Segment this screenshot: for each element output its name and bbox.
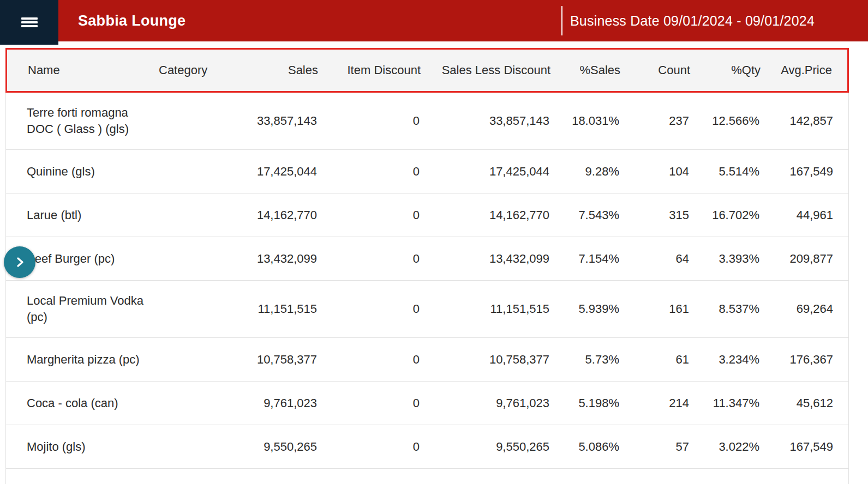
cell-avg-price: 167,549 bbox=[773, 152, 848, 192]
cell-item-discount: 0 bbox=[330, 383, 433, 424]
cell-item-discount: 0 bbox=[330, 239, 433, 279]
cell-count: 61 bbox=[632, 340, 702, 380]
cell-item-discount: 0 bbox=[330, 152, 433, 192]
cell-sales: 9,761,023 bbox=[256, 383, 330, 424]
cell-pct-sales: 5.198% bbox=[562, 383, 632, 424]
app-bar: Sabbia Lounge Business Date 09/01/2024 -… bbox=[0, 0, 868, 41]
cell-item-discount: 0 bbox=[330, 340, 433, 380]
cell-sales-less-discount: 14,162,770 bbox=[433, 195, 562, 235]
cell-count: 57 bbox=[632, 427, 702, 467]
cell-pct-sales: 9.28% bbox=[562, 152, 632, 192]
cell-sales: 33,857,143 bbox=[256, 101, 330, 141]
cell-pct-qty: 3.393% bbox=[702, 239, 773, 279]
cell-name: Larue (btl) bbox=[6, 195, 147, 235]
cell-avg-price: 45,612 bbox=[773, 383, 848, 424]
cell-item-discount: 0 bbox=[330, 195, 433, 235]
column-header-count[interactable]: Count bbox=[633, 63, 703, 77]
cell-pct-qty: 11.347% bbox=[702, 383, 773, 424]
expand-drawer-button[interactable] bbox=[4, 246, 35, 278]
cell-pct-sales: 5.939% bbox=[562, 289, 632, 329]
table-row: Mojito (gls) 9,550,265 0 9,550,265 5.086… bbox=[6, 425, 848, 469]
cell-name: Quinine (gls) bbox=[6, 152, 147, 192]
cell-pct-qty: 16.702% bbox=[702, 195, 773, 235]
cell-category bbox=[147, 348, 256, 372]
table-row: Local Premium Vodka (pc) 11,151,515 0 11… bbox=[6, 281, 848, 338]
cell-sales-less-discount: 13,432,099 bbox=[433, 239, 562, 279]
cell-name: Margherita pizza (pc) bbox=[6, 340, 147, 380]
cell-pct-sales: 7.154% bbox=[562, 239, 632, 279]
header-divider bbox=[561, 6, 562, 35]
cell-pct-sales: 5.086% bbox=[562, 427, 632, 467]
cell-sales: 9,550,265 bbox=[256, 427, 330, 467]
cell-count: 214 bbox=[632, 383, 702, 424]
cell-item-discount: 0 bbox=[330, 427, 433, 467]
cell-pct-sales: 18.031% bbox=[562, 101, 632, 141]
screen: Sabbia Lounge Business Date 09/01/2024 -… bbox=[0, 0, 868, 484]
cell-avg-price: 176,367 bbox=[773, 340, 848, 380]
cell-pct-qty: 12.566% bbox=[702, 101, 773, 141]
cell-category bbox=[147, 160, 256, 184]
column-header-item_discount[interactable]: Item Discount bbox=[331, 63, 434, 77]
column-header-avg_price[interactable]: Avg.Price bbox=[774, 63, 847, 77]
cell-sales-less-discount: 10,758,377 bbox=[433, 340, 562, 380]
column-header-sales_less_discount[interactable]: Sales Less Discount bbox=[434, 63, 564, 77]
sales-report-table: NameCategorySalesItem DiscountSales Less… bbox=[5, 48, 849, 484]
column-header-category[interactable]: Category bbox=[148, 63, 257, 77]
cell-category bbox=[147, 109, 256, 133]
cell-item-discount: 0 bbox=[330, 101, 433, 141]
table-header-row: NameCategorySalesItem DiscountSales Less… bbox=[5, 48, 849, 93]
business-date-area: Business Date 09/01/2024 - 09/01/2024 bbox=[561, 0, 815, 41]
cell-sales: 17,425,044 bbox=[256, 152, 330, 192]
cell-item-discount: 0 bbox=[330, 289, 433, 329]
cell-name: Mojito (gls) bbox=[6, 427, 147, 467]
business-date-filter[interactable]: Business Date 09/01/2024 - 09/01/2024 bbox=[570, 13, 815, 29]
table-row: Margherita pizza (pc) 10,758,377 0 10,75… bbox=[6, 338, 848, 382]
page-title: Sabbia Lounge bbox=[78, 0, 185, 41]
cell-avg-price: 142,857 bbox=[773, 101, 848, 141]
cell-sales: 13,432,099 bbox=[256, 239, 330, 279]
cell-count: 104 bbox=[632, 152, 702, 192]
table-row: Quinine (gls) 17,425,044 0 17,425,044 9.… bbox=[6, 150, 848, 193]
cell-avg-price: 167,549 bbox=[773, 427, 848, 467]
cell-category bbox=[147, 391, 256, 415]
cell-name: Local Premium Vodka (pc) bbox=[6, 281, 147, 337]
table-row: Beef Burger (pc) 13,432,099 0 13,432,099… bbox=[6, 237, 848, 281]
cell-category bbox=[147, 297, 256, 321]
menu-button[interactable] bbox=[0, 0, 58, 45]
cell-pct-qty: 3.234% bbox=[702, 340, 773, 380]
column-header-sales[interactable]: Sales bbox=[257, 63, 331, 77]
cell-sales-less-discount: 11,151,515 bbox=[433, 289, 562, 329]
cell-sales-less-discount: 17,425,044 bbox=[433, 152, 562, 192]
cell-sales: 14,162,770 bbox=[256, 195, 330, 235]
cell-sales-less-discount: 33,857,143 bbox=[433, 101, 562, 141]
cell-pct-qty: 5.514% bbox=[702, 152, 773, 192]
cell-count: 237 bbox=[632, 101, 702, 141]
cell-pct-qty: 3.022% bbox=[702, 427, 773, 467]
table-row: Larue (btl) 14,162,770 0 14,162,770 7.54… bbox=[6, 193, 848, 237]
cell-sales-less-discount: 9,761,023 bbox=[433, 383, 562, 424]
cell-count: 315 bbox=[632, 195, 702, 235]
chevron-right-icon bbox=[13, 255, 27, 269]
cell-pct-sales: 5.73% bbox=[562, 340, 632, 380]
cell-pct-qty: 8.537% bbox=[702, 289, 773, 329]
hamburger-menu-icon bbox=[21, 17, 38, 27]
cell-name: Terre forti romagna DOC ( Glass ) (gls) bbox=[6, 93, 147, 149]
cell-category bbox=[147, 435, 256, 459]
cell-count: 161 bbox=[632, 289, 702, 329]
table-body: Terre forti romagna DOC ( Glass ) (gls) … bbox=[5, 93, 849, 484]
column-header-name[interactable]: Name bbox=[7, 63, 148, 77]
cell-category bbox=[147, 203, 256, 227]
cell-avg-price: 69,264 bbox=[773, 289, 848, 329]
cell-count: 64 bbox=[632, 239, 702, 279]
cell-pct-sales: 7.543% bbox=[562, 195, 632, 235]
cell-sales: 11,151,515 bbox=[256, 289, 330, 329]
cell-avg-price: 44,961 bbox=[773, 195, 848, 235]
cell-name: Coca - cola (can) bbox=[6, 383, 147, 424]
table-row: Terre forti romagna DOC ( Glass ) (gls) … bbox=[6, 93, 848, 150]
column-header-pct_qty[interactable]: %Qty bbox=[703, 63, 774, 77]
cell-avg-price: 209,877 bbox=[773, 239, 848, 279]
cell-sales-less-discount: 9,550,265 bbox=[433, 427, 562, 467]
table-row: Coca - cola (can) 9,761,023 0 9,761,023 … bbox=[6, 382, 848, 425]
column-header-pct_sales[interactable]: %Sales bbox=[564, 63, 633, 77]
cell-sales: 10,758,377 bbox=[256, 340, 330, 380]
